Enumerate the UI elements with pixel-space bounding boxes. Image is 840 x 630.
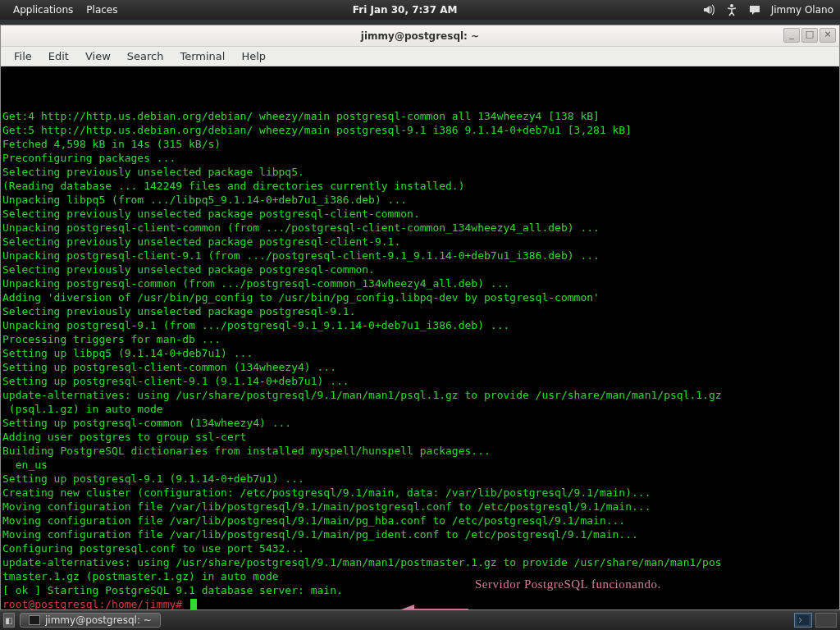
terminal-line: Selecting previously unselected package …	[2, 165, 838, 179]
terminal-line: Processing triggers for man-db ...	[2, 332, 838, 346]
terminal-line: Unpacking libpq5 (from .../libpq5_9.1.14…	[2, 193, 838, 207]
taskbar-item-terminal[interactable]: jimmy@postgresql: ~	[20, 613, 161, 628]
terminal-line: Setting up postgresql-common (134wheezy4…	[2, 416, 838, 430]
cursor	[190, 599, 197, 609]
menu-file[interactable]: File	[6, 50, 40, 62]
terminal-line: Building PostgreSQL dictionaries from in…	[2, 444, 838, 458]
terminal-line: Selecting previously unselected package …	[2, 207, 838, 221]
menu-view[interactable]: View	[77, 50, 119, 62]
terminal-line: Preconfiguring packages ...	[2, 151, 838, 165]
terminal-line: Unpacking postgresql-client-9.1 (from ..…	[2, 249, 838, 262]
terminal-line: Adding user postgres to group ssl-cert	[2, 430, 838, 444]
show-desktop-button[interactable]: ◧	[3, 613, 15, 628]
user-menu[interactable]: Jimmy Olano	[771, 4, 833, 16]
menu-search[interactable]: Search	[119, 50, 172, 62]
close-button[interactable]: ×	[819, 28, 836, 43]
terminal-line: update-alternatives: using /usr/share/po…	[2, 555, 838, 569]
terminal-line: Adding 'diversion of /usr/bin/pg_config …	[2, 290, 838, 304]
titlebar[interactable]: jimmy@postgresql: ~ _ □ ×	[1, 25, 839, 47]
maximize-button[interactable]: □	[801, 28, 818, 43]
terminal-line: Configuring postgresql.conf to use port …	[2, 541, 838, 555]
terminal-line: Selecting previously unselected package …	[2, 235, 838, 249]
terminal-line: Moving configuration file /var/lib/postg…	[2, 500, 838, 514]
svg-rect-2	[797, 615, 809, 625]
window-title: jimmy@postgresql: ~	[361, 30, 479, 42]
terminal-line: Setting up postgresql-client-9.1 (9.1.14…	[2, 374, 838, 388]
terminal-line: Get:4 http://http.us.debian.org/debian/ …	[2, 109, 838, 123]
terminal-icon	[29, 615, 40, 625]
menubar: File Edit View Search Terminal Help	[1, 47, 839, 66]
terminal-line: Moving configuration file /var/lib/postg…	[2, 527, 838, 541]
terminal-line: Setting up libpq5 (9.1.14-0+deb7u1) ...	[2, 346, 838, 360]
terminal-line: Moving configuration file /var/lib/postg…	[2, 514, 838, 527]
places-menu[interactable]: Places	[80, 4, 124, 16]
terminal-line: Selecting previously unselected package …	[2, 262, 838, 276]
terminal-line: Unpacking postgresql-client-common (from…	[2, 221, 838, 235]
terminal-line: Setting up postgresql-client-common (134…	[2, 360, 838, 374]
terminal-window: jimmy@postgresql: ~ _ □ × File Edit View…	[0, 25, 840, 610]
bottom-panel: ◧ jimmy@postgresql: ~	[0, 610, 840, 630]
terminal-line: Unpacking postgresql-9.1 (from .../postg…	[2, 318, 838, 332]
applications-menu[interactable]: Applications	[7, 4, 80, 16]
terminal-line: Creating new cluster (configuration: /et…	[2, 486, 838, 500]
workspace-switcher[interactable]	[815, 613, 837, 628]
terminal-prompt[interactable]: root@postgresql:/home/jimmy#	[2, 597, 838, 609]
menu-terminal[interactable]: Terminal	[171, 50, 233, 62]
terminal-output[interactable]: Get:4 http://http.us.debian.org/debian/ …	[1, 66, 839, 609]
terminal-line: [ ok ] Starting PostgreSQL 9.1 database …	[2, 583, 838, 597]
terminal-line: update-alternatives: using /usr/share/po…	[2, 388, 838, 402]
top-panel: Applications Places Fri Jan 30, 7:37 AM …	[0, 0, 840, 20]
terminal-line: Get:5 http://http.us.debian.org/debian/ …	[2, 123, 838, 137]
system-tray: Jimmy Olano	[702, 3, 833, 16]
accessibility-icon[interactable]	[725, 3, 738, 16]
menu-help[interactable]: Help	[233, 50, 274, 62]
chat-icon[interactable]	[748, 3, 761, 16]
terminal-line: (psql.1.gz) in auto mode	[2, 402, 838, 416]
clock[interactable]: Fri Jan 30, 7:37 AM	[353, 4, 458, 16]
terminal-line: en_us	[2, 458, 838, 472]
terminal-line: Selecting previously unselected package …	[2, 304, 838, 318]
terminal-line: (Reading database ... 142249 files and d…	[2, 179, 838, 193]
minimize-button[interactable]: _	[783, 28, 800, 43]
terminal-line: Setting up postgresql-9.1 (9.1.14-0+deb7…	[2, 472, 838, 486]
taskbar-item-label: jimmy@postgresql: ~	[45, 614, 152, 626]
terminal-line: Unpacking postgresql-common (from .../po…	[2, 276, 838, 290]
terminal-line: Fetched 4,598 kB in 14s (315 kB/s)	[2, 137, 838, 151]
svg-point-0	[730, 4, 733, 7]
menu-edit[interactable]: Edit	[40, 50, 77, 62]
volume-icon[interactable]	[702, 3, 715, 16]
terminal-line: tmaster.1.gz (postmaster.1.gz) in auto m…	[2, 569, 838, 583]
launcher-terminal-icon[interactable]	[794, 613, 812, 628]
user-label: Jimmy Olano	[771, 4, 833, 16]
